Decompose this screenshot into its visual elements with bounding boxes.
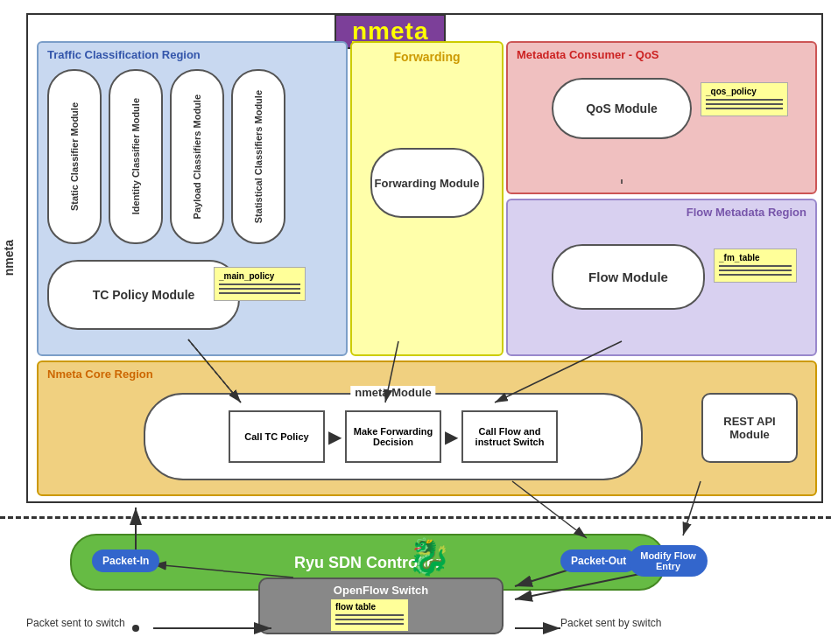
- fm-table-note: _fm_table: [714, 248, 797, 283]
- qos-region-label: Metadata Consumer - QoS: [517, 48, 659, 61]
- packet-out-button[interactable]: Packet-Out: [560, 550, 637, 572]
- section-divider: [0, 516, 831, 519]
- statistical-classifier-label: Statistical Classifiers Module: [253, 90, 264, 223]
- qos-note-line-1: [706, 99, 783, 101]
- flow-table-box: flow table: [330, 598, 409, 632]
- flow-module: Flow Module: [552, 244, 705, 310]
- fm-note-lines: [719, 265, 792, 276]
- steps-row: Call TC Policy ▶ Make Forwarding Decisio…: [229, 410, 558, 463]
- payload-classifier-box: Payload Classifiers Module: [170, 69, 224, 244]
- traffic-classification-region: Traffic Classification Region Static Cla…: [37, 41, 348, 356]
- rest-api-label: REST API Module: [703, 415, 796, 441]
- qos-module: QoS Module: [552, 78, 692, 139]
- tc-policy-module: TC Policy Module: [47, 260, 240, 330]
- note-lines: [219, 284, 300, 294]
- identity-classifier-label: Identity Classifier Module: [130, 98, 141, 214]
- identity-classifier-box: Identity Classifier Module: [109, 69, 163, 244]
- note-line-2: [219, 288, 300, 290]
- forwarding-module-label: Forwarding Module: [375, 177, 480, 190]
- packet-in-button[interactable]: Packet-In: [92, 550, 159, 572]
- step-call-flow-label: Call Flow and instruct Switch: [467, 426, 553, 447]
- qos-note-lines: [706, 99, 783, 109]
- flow-table-label: flow table: [335, 602, 404, 612]
- rest-api-module: REST API Module: [701, 393, 798, 463]
- qos-region: Metadata Consumer - QoS QoS Module _qos_…: [506, 41, 817, 194]
- step-forwarding-decision: Make Forwarding Decision: [345, 410, 441, 463]
- static-classifier-label: Static Classifier Module: [69, 102, 80, 211]
- flow-table-lines: [335, 614, 404, 625]
- core-region-label: Nmeta Core Region: [47, 368, 153, 381]
- forwarding-module: Forwarding Module: [370, 148, 484, 218]
- note-line-1: [219, 284, 300, 285]
- step-call-tc: Call TC Policy: [229, 410, 325, 463]
- step-forwarding-label: Make Forwarding Decision: [350, 426, 436, 447]
- classifier-modules-group: Static Classifier Module Identity Classi…: [47, 69, 285, 244]
- bottom-label-right: Packet sent by switch: [560, 617, 661, 629]
- forwarding-region-label: Forwarding: [393, 50, 460, 64]
- qos-policy-note: _qos_policy: [701, 82, 788, 116]
- traffic-region-label: Traffic Classification Region: [47, 48, 201, 61]
- openflow-switch: OpenFlow Switch flow table: [258, 578, 504, 634]
- openflow-label: OpenFlow Switch: [334, 584, 428, 597]
- modify-flow-button[interactable]: Modify Flow Entry: [629, 545, 708, 577]
- note-line-3: [219, 292, 300, 294]
- payload-classifier-label: Payload Classifiers Module: [192, 94, 202, 219]
- step-call-tc-label: Call TC Policy: [244, 431, 308, 442]
- qos-note-line-3: [706, 108, 783, 109]
- fm-note-line-1: [719, 265, 792, 267]
- fm-note-line-3: [719, 274, 792, 276]
- flow-metadata-region: Flow Metadata Region Flow Module _fm_tab…: [506, 199, 817, 356]
- qos-note-line-2: [706, 103, 783, 105]
- statistical-classifier-box: Statistical Classifiers Module: [231, 69, 285, 244]
- nmeta-module-box: nmeta Module Call TC Policy ▶ Make Forwa…: [144, 393, 643, 480]
- dragon-mascot: 🐉: [403, 530, 455, 583]
- fm-table-note-label: _fm_table: [719, 253, 792, 262]
- core-region: Nmeta Core Region nmeta Module Call TC P…: [37, 360, 817, 496]
- tc-policy-label: TC Policy Module: [93, 288, 195, 302]
- step-arrow-1: ▶: [328, 426, 342, 447]
- qos-policy-note-label: _qos_policy: [706, 87, 783, 96]
- fm-note-line-2: [719, 270, 792, 271]
- flow-table-line-1: [335, 614, 404, 616]
- step-arrow-2: ▶: [445, 426, 458, 447]
- main-policy-note-label: _main_policy: [219, 271, 300, 281]
- flow-table-line-2: [335, 619, 404, 620]
- flow-table-line-3: [335, 623, 404, 625]
- main-policy-note: _main_policy: [214, 267, 306, 301]
- qos-module-label: QoS Module: [586, 102, 658, 116]
- flow-meta-region-label: Flow Metadata Region: [687, 206, 806, 219]
- svg-point-3: [132, 625, 139, 632]
- flow-module-label: Flow Module: [588, 270, 668, 284]
- nmeta-outer-box: nmeta Traffic Classification Region Stat…: [26, 13, 823, 503]
- nmeta-module-label: nmeta Module: [350, 386, 435, 399]
- bottom-label-left: Packet sent to switch: [26, 617, 125, 629]
- vertical-nmeta-label: nmeta: [2, 13, 16, 503]
- static-classifier-box: Static Classifier Module: [47, 69, 102, 244]
- step-call-flow: Call Flow and instruct Switch: [461, 410, 558, 463]
- forwarding-region: Forwarding Forwarding Module: [350, 41, 504, 356]
- vertical-nmeta-text: nmeta: [2, 240, 16, 276]
